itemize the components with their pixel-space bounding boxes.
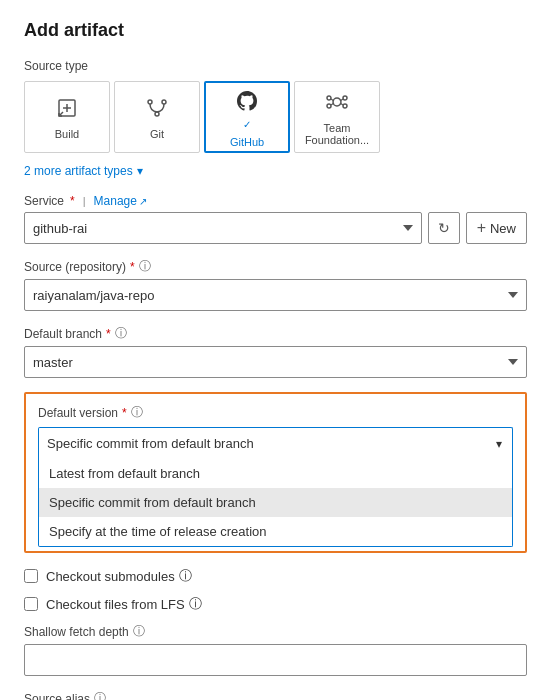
- shallow-fetch-field-row: Shallow fetch depth ⓘ: [24, 623, 527, 676]
- service-label-row: Service * | Manage ↗: [24, 194, 527, 208]
- default-version-section: Default version * ⓘ Specific commit from…: [24, 392, 527, 553]
- checkout-lfs-label[interactable]: Checkout files from LFS ⓘ: [46, 595, 202, 613]
- branch-label: Default branch * ⓘ: [24, 325, 527, 342]
- default-version-required: *: [122, 406, 127, 420]
- shallow-fetch-info-icon[interactable]: ⓘ: [133, 623, 145, 640]
- svg-point-10: [327, 104, 331, 108]
- default-version-dropdown: Specific commit from default branch ▾ La…: [38, 427, 513, 547]
- git-icon: [145, 96, 169, 124]
- checkout-submodules-label[interactable]: Checkout submodules ⓘ: [46, 567, 192, 585]
- default-version-select[interactable]: Specific commit from default branch ▾: [38, 427, 513, 459]
- svg-point-6: [155, 112, 159, 116]
- source-required: *: [130, 260, 135, 274]
- refresh-icon: ↻: [438, 220, 450, 236]
- source-alias-info-icon[interactable]: ⓘ: [94, 690, 106, 700]
- source-type-build-label: Build: [55, 128, 79, 140]
- dropdown-chevron-icon: ▾: [496, 437, 502, 451]
- svg-point-8: [327, 96, 331, 100]
- panel-title: Add artifact: [24, 20, 527, 41]
- external-link-icon: ↗: [139, 196, 147, 207]
- github-icon: [235, 89, 259, 117]
- github-check-icon: ✓: [243, 119, 251, 130]
- source-alias-field-row: Source alias ⓘ: [24, 690, 527, 700]
- svg-point-7: [333, 98, 341, 106]
- checkout-lfs-row: Checkout files from LFS ⓘ: [24, 595, 527, 613]
- shallow-fetch-label: Shallow fetch depth ⓘ: [24, 623, 527, 640]
- plus-icon: +: [477, 219, 486, 237]
- dropdown-menu: Latest from default branch Specific comm…: [38, 459, 513, 547]
- branch-info-icon[interactable]: ⓘ: [115, 325, 127, 342]
- teamfoundation-icon: [325, 90, 349, 118]
- manage-link[interactable]: Manage ↗: [94, 194, 147, 208]
- source-type-label: Source type: [24, 59, 527, 73]
- shallow-fetch-input[interactable]: [24, 644, 527, 676]
- source-type-git[interactable]: Git: [114, 81, 200, 153]
- svg-point-11: [343, 104, 347, 108]
- source-field-row: Source (repository) * ⓘ raiyanalam/java-…: [24, 258, 527, 311]
- branch-required: *: [106, 327, 111, 341]
- service-select[interactable]: github-rai: [24, 212, 422, 244]
- checkout-lfs-checkbox[interactable]: [24, 597, 38, 611]
- refresh-button[interactable]: ↻: [428, 212, 460, 244]
- service-label: Service: [24, 194, 64, 208]
- dropdown-item-release[interactable]: Specify at the time of release creation: [39, 517, 512, 546]
- service-field-row: Service * | Manage ↗ github-rai ↻ + New: [24, 194, 527, 244]
- service-select-wrapper: github-rai ↻ + New: [24, 212, 527, 244]
- source-type-github[interactable]: ✓ GitHub: [204, 81, 290, 153]
- source-type-build[interactable]: Build: [24, 81, 110, 153]
- source-type-teamfoundation-label: Team Foundation...: [299, 122, 375, 146]
- source-type-github-label: GitHub: [230, 136, 264, 148]
- checkout-submodules-checkbox[interactable]: [24, 569, 38, 583]
- submodules-info-icon[interactable]: ⓘ: [179, 567, 192, 585]
- svg-point-9: [343, 96, 347, 100]
- add-artifact-panel: Add artifact Source type Build: [0, 0, 551, 700]
- branch-field-row: Default branch * ⓘ master: [24, 325, 527, 378]
- dropdown-item-latest[interactable]: Latest from default branch: [39, 459, 512, 488]
- chevron-down-icon: ▾: [137, 164, 143, 178]
- source-label: Source (repository) * ⓘ: [24, 258, 527, 275]
- checkout-submodules-row: Checkout submodules ⓘ: [24, 567, 527, 585]
- service-required: *: [70, 194, 75, 208]
- source-select[interactable]: raiyanalam/java-repo: [24, 279, 527, 311]
- default-version-info-icon[interactable]: ⓘ: [131, 404, 143, 421]
- dropdown-item-specific[interactable]: Specific commit from default branch: [39, 488, 512, 517]
- build-icon: [55, 96, 79, 124]
- source-info-icon[interactable]: ⓘ: [139, 258, 151, 275]
- default-version-label: Default version * ⓘ: [38, 404, 513, 421]
- new-button[interactable]: + New: [466, 212, 527, 244]
- svg-point-5: [162, 100, 166, 104]
- lfs-info-icon[interactable]: ⓘ: [189, 595, 202, 613]
- source-type-git-label: Git: [150, 128, 164, 140]
- source-alias-label: Source alias ⓘ: [24, 690, 527, 700]
- branch-select[interactable]: master: [24, 346, 527, 378]
- more-artifacts-link[interactable]: 2 more artifact types ▾: [24, 164, 143, 178]
- source-type-teamfoundation[interactable]: Team Foundation...: [294, 81, 380, 153]
- svg-point-4: [148, 100, 152, 104]
- source-type-row: Build Git ✓ GitHub: [24, 81, 527, 153]
